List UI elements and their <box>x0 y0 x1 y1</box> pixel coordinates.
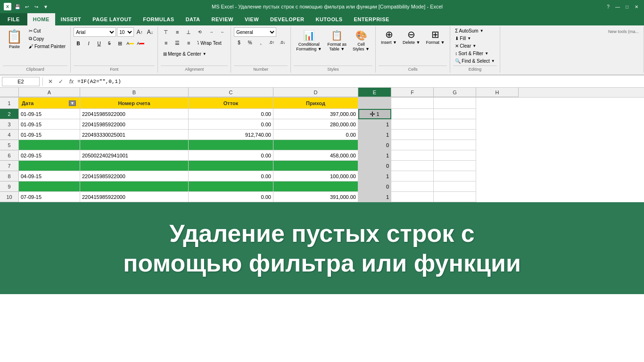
cell-b6[interactable]: 2050022402941001 <box>80 150 189 161</box>
formula-input[interactable] <box>77 77 642 86</box>
text-direction-btn[interactable]: ⟲ <box>195 27 205 37</box>
cell-c7[interactable] <box>189 161 273 171</box>
row-header-2[interactable]: 2 <box>0 109 19 119</box>
cell-d8[interactable]: 100,000.00 <box>273 171 358 181</box>
cell-b2[interactable]: 220415985922000 <box>80 109 189 119</box>
underline-btn[interactable]: U <box>94 39 104 48</box>
cell-a9[interactable] <box>19 181 80 192</box>
align-right-btn[interactable]: ≡ <box>183 38 194 48</box>
col-header-a[interactable]: A <box>19 88 80 97</box>
autosum-btn[interactable]: Σ AutoSum ▼ <box>453 27 485 34</box>
cell-a2[interactable]: 01-09-15 <box>19 109 80 119</box>
tab-page-layout[interactable]: PAGE LAYOUT <box>87 13 137 25</box>
cell-c2[interactable]: 0.00 <box>189 109 273 119</box>
cell-e4[interactable]: 1 <box>358 130 391 140</box>
cell-a3[interactable]: 01-09-15 <box>19 119 80 130</box>
cell-c9[interactable] <box>189 181 273 192</box>
align-left-btn[interactable]: ≡ <box>161 38 171 48</box>
col-header-d[interactable]: D <box>273 88 358 97</box>
cell-b1[interactable]: Номер счета <box>80 98 189 109</box>
format-table-btn[interactable]: 📋 Format asTable ▼ <box>325 27 349 53</box>
row-header-7[interactable]: 7 <box>0 161 19 171</box>
increase-font-btn[interactable]: A↑ <box>135 27 144 37</box>
col-header-f[interactable]: F <box>391 88 434 97</box>
cell-a7[interactable] <box>19 161 80 171</box>
row-header-6[interactable]: 6 <box>0 150 19 161</box>
decrease-font-btn[interactable]: A↓ <box>145 27 155 37</box>
cut-button[interactable]: ✂Cut <box>27 27 67 34</box>
tab-home[interactable]: HOME <box>27 13 55 25</box>
clear-btn[interactable]: ✕ Clear ▼ <box>453 42 478 49</box>
cell-c10[interactable]: 0.00 <box>189 192 273 202</box>
italic-btn[interactable]: I <box>84 39 93 48</box>
align-bottom-btn[interactable]: ⊥ <box>183 27 194 37</box>
row-header-10[interactable]: 10 <box>0 192 19 202</box>
cell-e8[interactable]: 1 <box>358 171 391 181</box>
percent-btn[interactable]: % <box>245 38 255 47</box>
insert-cells-btn[interactable]: ⊕ Insert ▼ <box>379 27 399 46</box>
row-header-8[interactable]: 8 <box>0 171 19 181</box>
tab-enterprise[interactable]: ENTERPRISE <box>348 13 395 25</box>
cell-d1[interactable]: Приход <box>273 98 358 109</box>
delete-cells-btn[interactable]: ⊖ Delete ▼ <box>400 27 422 46</box>
cell-b7[interactable] <box>80 161 189 171</box>
number-format-select[interactable]: General <box>234 27 276 37</box>
cell-c5[interactable] <box>189 140 273 150</box>
increase-decimal-btn[interactable]: .0↑ <box>266 38 277 47</box>
merge-center-btn[interactable]: ⊞ Merge & Center ▼ <box>161 49 209 58</box>
cell-d7[interactable] <box>273 161 358 171</box>
cell-e3[interactable]: 1 <box>358 119 391 130</box>
fill-btn[interactable]: ⬇ Fill ▼ <box>453 35 473 42</box>
redo-btn[interactable]: ↪ <box>32 2 41 11</box>
cell-c8[interactable]: 0.00 <box>189 171 273 181</box>
cell-b4[interactable]: 220493330025001 <box>80 130 189 140</box>
cell-e7[interactable]: 0 <box>358 161 391 171</box>
cell-a10[interactable]: 07-09-15 <box>19 192 80 202</box>
wrap-text-btn[interactable]: ⤵ Wrap Text <box>195 38 224 48</box>
cell-e6[interactable]: 1 <box>358 150 391 161</box>
col-header-b[interactable]: B <box>80 88 189 97</box>
tab-formulas[interactable]: FORMULAS <box>137 13 180 25</box>
format-cells-btn[interactable]: ⊞ Format ▼ <box>423 27 447 46</box>
tab-file[interactable]: FILE <box>0 13 27 25</box>
decrease-decimal-btn[interactable]: .0↓ <box>277 38 288 47</box>
cell-styles-btn[interactable]: 🎨 CellStyles ▼ <box>350 27 372 53</box>
cell-a6[interactable]: 02-09-15 <box>19 150 80 161</box>
tab-kutools[interactable]: KUTOOLS <box>310 13 348 25</box>
undo-btn[interactable]: ↩ <box>23 2 31 11</box>
col-header-g[interactable]: G <box>434 88 476 97</box>
row-header-3[interactable]: 3 <box>0 119 19 130</box>
minimize-btn[interactable]: — <box>614 3 621 10</box>
confirm-formula-btn[interactable]: ✓ <box>56 77 66 86</box>
cell-e5[interactable]: 0 <box>358 140 391 150</box>
cell-c6[interactable]: 0.00 <box>189 150 273 161</box>
cell-e9[interactable]: 0 <box>358 181 391 192</box>
cell-b8[interactable]: 220415985922000 <box>80 171 189 181</box>
cell-e2[interactable]: ✛1 <box>358 109 391 119</box>
cell-d2[interactable]: 397,000.00 <box>273 109 358 119</box>
strikethrough-btn[interactable]: S̶ <box>105 39 114 48</box>
cell-a8[interactable]: 04-09-15 <box>19 171 80 181</box>
cell-a5[interactable] <box>19 140 80 150</box>
cell-c4[interactable]: 912,740.00 <box>189 130 273 140</box>
paste-button[interactable]: 📋 Paste <box>3 27 26 50</box>
cell-d6[interactable]: 458,000.00 <box>273 150 358 161</box>
font-color-btn[interactable]: A <box>136 39 145 48</box>
border-btn[interactable]: ⊞ <box>115 39 124 48</box>
cell-b10[interactable]: 220415985922000 <box>80 192 189 202</box>
find-select-btn[interactable]: 🔍 Find & Select ▼ <box>453 58 496 65</box>
tab-developer[interactable]: DEVELOPER <box>264 13 310 25</box>
currency-btn[interactable]: $ <box>234 38 244 47</box>
cell-d9[interactable] <box>273 181 358 192</box>
cell-d10[interactable]: 391,000.00 <box>273 192 358 202</box>
filter-dropdown-a[interactable]: ▼ <box>69 100 76 106</box>
cancel-formula-btn[interactable]: ✕ <box>46 77 55 86</box>
align-center-btn[interactable]: ☰ <box>172 38 182 48</box>
cell-b3[interactable]: 220415985922000 <box>80 119 189 130</box>
cell-b5[interactable] <box>80 140 189 150</box>
tab-insert[interactable]: INSERT <box>55 13 87 25</box>
cell-d4[interactable]: 0.00 <box>273 130 358 140</box>
cell-c3[interactable]: 0.00 <box>189 119 273 130</box>
save-btn[interactable]: 💾 <box>13 2 22 11</box>
cell-a1[interactable]: Дата ▼ <box>19 98 80 109</box>
